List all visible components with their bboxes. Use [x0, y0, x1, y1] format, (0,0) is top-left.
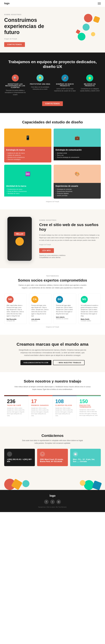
- cap-img-3: ♾️: [4, 165, 52, 183]
- footer-logo: logo: [4, 494, 101, 497]
- testi-role-4: Contador auditor: [81, 320, 98, 322]
- feature-title-4: MEJORAR UN PRODUCTO: [79, 83, 101, 86]
- dark-section-title: Trabajamos en equipos de proyecto dedica…: [4, 60, 101, 69]
- phone-screen: HELLO!: [8, 217, 32, 261]
- cap-card-list-3: Fundamentos de marca Guías de Marca e il…: [6, 188, 50, 194]
- sobre-section: Sobre nosotros y nuestro trabajo Ante me…: [0, 372, 105, 426]
- features-grid: 🔍 INVESTIGAR LAS NECESIDADES DE LOS CLIE…: [4, 74, 101, 96]
- stat-item-1: 236 TAZAS DE CAFÉ Sample text. Click to …: [4, 396, 28, 420]
- avatar-placeholder-3: BR: [56, 296, 63, 303]
- contacto-title-1: +(391) 581-91-91 / +(391) 987-654: [7, 458, 32, 462]
- feature-icon-2: 💡: [36, 74, 44, 82]
- cap-body-1: Estrategia de marca Auditoría de valor d…: [4, 147, 52, 162]
- stat-desc-1: Sample text. Click to select. Sample tex…: [7, 407, 26, 417]
- footer-shape-3: [22, 480, 30, 487]
- contacto-title: Contáctenos: [4, 434, 101, 438]
- cap-body-4: Experiencias de usuario Estrategia de co…: [54, 183, 101, 198]
- contacto-icon-3: 🕐: [73, 452, 78, 456]
- stat-desc-3: Sample text. Click to select. Sample tex…: [55, 407, 74, 417]
- stat-number-4: 150: [80, 399, 98, 404]
- feature-desc-2: Cree ideas con los prototipos interactiv…: [29, 86, 51, 90]
- cree-desc: El estudio trabaja muy bien con las rela…: [39, 234, 101, 242]
- hero-title: Construimos experiencias de futuro: [4, 17, 51, 36]
- cap-card-1: 📱 Estrategia de marca Auditoría de valor…: [4, 128, 52, 162]
- feature-desc-1: Descubrir los puntos débiles y reemplaza…: [4, 89, 26, 96]
- avatar-placeholder-1: NR: [6, 296, 14, 303]
- cree-cta-button[interactable]: LÉA MÁS: [39, 248, 54, 253]
- cree-label: SOBRE NOSOTROS: [39, 220, 101, 221]
- testi-avatar-2: CA: [31, 296, 38, 303]
- testimonios-label: TESTIMONIOS: [4, 275, 101, 277]
- stat-item-4: 150 PROYECTOS TERMINADOS Sample text. Cl…: [77, 396, 101, 420]
- cree-section: HELLO! SOBRE NOSOTROS Cree el sitio web …: [0, 210, 105, 268]
- marcas-work-button[interactable]: → MIRA NUESTRO TRABAJO: [53, 360, 84, 365]
- hero-shapes: [54, 14, 101, 42]
- cap-img-4: 🎨: [54, 165, 101, 183]
- cap-body-3: Identidad de la marca Fundamentos de mar…: [4, 183, 52, 196]
- cap-body-2: Estrategia de comunicación Identidad ver…: [54, 147, 101, 160]
- dark-features-section: Trabajamos en equipos de proyecto dedica…: [0, 52, 105, 113]
- footer: logo f t in Sample text. Click to select…: [0, 490, 105, 512]
- footer-shape-4: [84, 480, 94, 490]
- cap-card-list-1: Auditoría de valor de marca Análisis de …: [6, 152, 50, 160]
- marcas-desc: DesignStudio es una agencia internaciona…: [18, 349, 88, 357]
- footer-social: f t in: [4, 500, 101, 504]
- cap-img-placeholder-1: 📱: [4, 128, 52, 147]
- linkedin-icon[interactable]: in: [56, 500, 61, 504]
- cree-subs: Soporte por correo electrónico y telefón…: [39, 255, 101, 258]
- cap-img-placeholder-4: 🎨: [54, 165, 101, 183]
- testimonios-desc: Damos un gran valor a las relaciones sól…: [18, 284, 88, 289]
- cree-source: Imagen de Freepik: [39, 244, 101, 246]
- twitter-icon[interactable]: t: [50, 500, 55, 504]
- hero-section: SOBRE NOSOTROS Construimos experiencias …: [0, 7, 105, 52]
- testi-text-3: Penema del lugar algún Simple text. Clic…: [56, 304, 74, 315]
- sobre-desc: Ante metus dictum at tempor commodo ulla…: [14, 386, 91, 391]
- contacto-icon-1: 📞: [7, 452, 12, 456]
- cap-list-item: Guía de estrategia de comunicación: [56, 156, 99, 158]
- feature-icon-1: 🔍: [12, 74, 19, 82]
- cap-img-1: 📱: [4, 128, 52, 147]
- testi-role-3: Gerente de cuentas: [56, 318, 74, 320]
- contacto-card-1: 📞 +(391) 581-91-91 / +(391) 987-654: [4, 449, 35, 466]
- testi-card-2: CA Penema del lugar como algo Simple tex…: [29, 294, 52, 324]
- testi-avatar-4: MS: [81, 296, 88, 303]
- testi-role-1: company title: [6, 320, 24, 322]
- cap-card-title-2: Estrategia de comunicación: [56, 149, 99, 151]
- cap-card-2: 💼 Estrategia de comunicación Identidad v…: [54, 128, 101, 162]
- contacto-section: Contáctenos Duis aute irure dolor in rep…: [0, 426, 105, 473]
- testi-text-1: After napoli tellas viene a Penema del l…: [6, 304, 24, 317]
- capacidades-grid: 📱 Estrategia de marca Auditoría de valor…: [4, 128, 101, 198]
- hamburger-menu[interactable]: [98, 2, 101, 4]
- stat-item-2: 17 PREMIOS GANADOS Sample text. Click to…: [28, 396, 53, 420]
- cree-content: SOBRE NOSOTROS Cree el sitio web de sus …: [39, 220, 101, 258]
- stat-label-3: CLIENTES FELICES: [55, 404, 74, 406]
- cap-list-item: Estrategia de contenido: [56, 188, 99, 190]
- feature-desc-4: Construimos en su categoría usando diseñ…: [79, 88, 101, 92]
- testi-avatar-1: NR: [6, 296, 14, 303]
- cap-list-item: Identidad verbal: [56, 152, 99, 154]
- testi-name-2: cela almeda: [31, 318, 49, 320]
- stat-label-4: PROYECTOS TERMINADOS: [80, 404, 98, 408]
- feature-item-2: 💡 PROTOTIPAR UNA IDEA Cree ideas con los…: [29, 74, 51, 96]
- facebook-icon[interactable]: f: [44, 500, 48, 504]
- marcas-contact-button[interactable]: HABLEMOS/CONTACTO.COM: [20, 360, 52, 365]
- hero-cta-button[interactable]: CONTÁCTENOS: [4, 42, 25, 47]
- contacto-grid: 📞 +(391) 581-91-91 / +(391) 987-654 📍 22…: [4, 449, 101, 466]
- footer-shape-6: [92, 480, 102, 490]
- marcas-buttons: HABLEMOS/CONTACTO.COM → MIRA NUESTRO TRA…: [4, 360, 101, 365]
- feature-title-3: DISEÑAR UN NUEVO PRODUCTO: [54, 83, 76, 86]
- feature-icon-4: ⭐: [86, 74, 93, 82]
- hero-source: Imagen de Freepik: [4, 38, 51, 40]
- hero-label: SOBRE NOSOTROS: [4, 14, 51, 16]
- cap-card-3: ♾️ Identidad de la marca Fundamentos de …: [4, 165, 52, 198]
- cap-img-placeholder-2: 💼: [54, 128, 101, 147]
- dark-cta-button[interactable]: CONTÁCTENOS: [42, 101, 63, 106]
- testimonios-title: Somos socios expertos comprometidos: [4, 278, 101, 282]
- marcas-title: Creamos marcas que el mundo ama: [4, 342, 101, 347]
- cap-card-title-1: Estrategia de marca: [6, 149, 50, 151]
- testimonios-section: TESTIMONIOS Somos socios expertos compro…: [0, 268, 105, 334]
- cap-list-item: Dirección estratégica: [6, 158, 50, 160]
- feature-desc-3: Lance un MVP con la mejor experiencia de…: [54, 88, 76, 92]
- contacto-icon-2: 📍: [40, 452, 45, 456]
- hero-content: SOBRE NOSOTROS Construimos experiencias …: [4, 14, 51, 47]
